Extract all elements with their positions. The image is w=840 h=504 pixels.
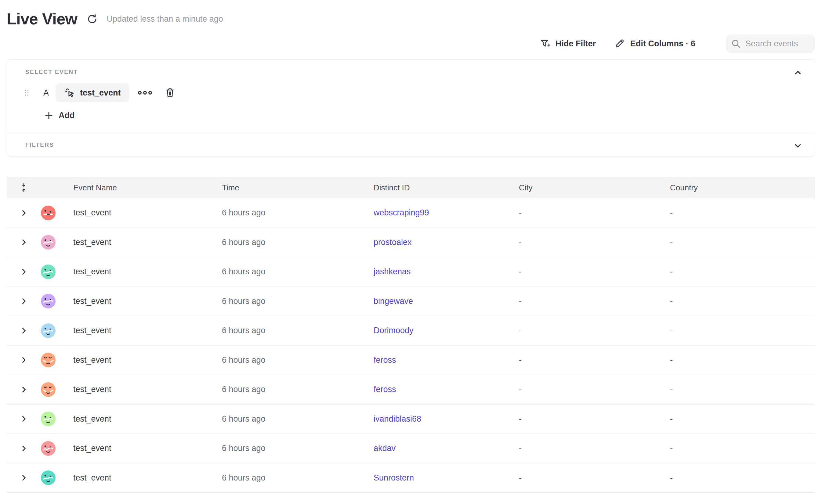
- column-header-distinct-id: Distinct ID: [373, 183, 519, 193]
- expand-row-button[interactable]: [20, 415, 28, 423]
- cell-country: -: [670, 238, 815, 247]
- column-header-time: Time: [222, 183, 373, 193]
- more-options-button[interactable]: [138, 90, 152, 96]
- table-row[interactable]: test_event 6 hours ago jashkenas - -: [7, 257, 815, 287]
- cell-time: 6 hours ago: [222, 208, 373, 217]
- expand-row-button[interactable]: [20, 297, 28, 305]
- table-row[interactable]: test_event 6 hours ago ivandiblasi68 - -: [7, 404, 815, 434]
- table-row[interactable]: test_event 6 hours ago webscraping99 - -: [7, 198, 815, 228]
- expand-row-button[interactable]: [20, 327, 28, 335]
- edit-columns-button[interactable]: Edit Columns · 6: [615, 38, 695, 49]
- drag-handle[interactable]: [24, 89, 29, 97]
- refresh-button[interactable]: [87, 14, 98, 24]
- user-avatar: [41, 205, 55, 220]
- table-row[interactable]: test_event 6 hours ago akdav - -: [7, 434, 815, 464]
- search-input[interactable]: [746, 39, 810, 49]
- cell-time: 6 hours ago: [222, 473, 373, 483]
- expand-row-button[interactable]: [20, 474, 28, 482]
- cell-event-name: test_event: [73, 414, 222, 424]
- chevron-right-icon: [20, 356, 28, 364]
- cell-event-name: test_event: [73, 267, 222, 276]
- clause-letter: A: [43, 88, 49, 97]
- cell-country: -: [670, 356, 815, 365]
- top-bar: Live View Updated less than a minute ago: [7, 9, 815, 29]
- distinct-id-link[interactable]: Dorimoody: [373, 326, 414, 335]
- table-row[interactable]: test_event 6 hours ago Sunrostern - -: [7, 464, 815, 493]
- cell-city: -: [519, 208, 670, 217]
- table-row[interactable]: test_event 6 hours ago bingewave - -: [7, 287, 815, 317]
- toolbar: Hide Filter Edit Columns · 6: [7, 34, 815, 53]
- plus-icon: [44, 111, 53, 120]
- cell-time: 6 hours ago: [222, 414, 373, 424]
- cell-distinct-id: feross: [373, 385, 519, 394]
- select-event-label: SELECT EVENT: [25, 69, 815, 75]
- trash-icon: [165, 87, 175, 98]
- user-avatar: [41, 265, 55, 279]
- expand-row-button[interactable]: [20, 445, 28, 452]
- cell-distinct-id: bingewave: [373, 296, 519, 306]
- user-avatar: [41, 353, 55, 367]
- cell-country: -: [670, 385, 815, 394]
- refresh-icon: [87, 14, 98, 24]
- expand-row-button[interactable]: [20, 356, 28, 364]
- distinct-id-link[interactable]: feross: [373, 356, 396, 364]
- column-header-event-name: Event Name: [73, 183, 222, 193]
- cell-event-name: test_event: [73, 208, 222, 217]
- collapse-arrows-icon: [20, 183, 28, 192]
- expand-row-button[interactable]: [20, 238, 28, 246]
- table-row[interactable]: test_event 6 hours ago prostoalex - -: [7, 228, 815, 257]
- cell-country: -: [670, 414, 815, 424]
- chevron-down-icon: [793, 141, 803, 150]
- query-builder-card: SELECT EVENT A: [7, 59, 815, 157]
- event-chip-label: test_event: [80, 88, 121, 97]
- user-avatar: [41, 323, 55, 338]
- distinct-id-link[interactable]: Sunrostern: [373, 473, 414, 482]
- user-avatar: [41, 470, 55, 485]
- collapse-section-button[interactable]: [793, 68, 803, 77]
- cell-distinct-id: ivandiblasi68: [373, 414, 519, 424]
- distinct-id-link[interactable]: webscraping99: [373, 208, 429, 217]
- add-button-label: Add: [58, 111, 74, 120]
- cell-event-name: test_event: [73, 296, 222, 306]
- column-header-country: Country: [670, 183, 815, 193]
- hide-filter-button[interactable]: Hide Filter: [540, 38, 596, 49]
- delete-event-button[interactable]: [165, 87, 175, 98]
- cell-country: -: [670, 473, 815, 483]
- distinct-id-link[interactable]: jashkenas: [373, 267, 411, 276]
- cell-city: -: [519, 238, 670, 247]
- select-event-section: SELECT EVENT A: [7, 59, 815, 133]
- table-row[interactable]: test_event 6 hours ago Dorimoody - -: [7, 316, 815, 346]
- user-avatar: [41, 441, 55, 456]
- table-row[interactable]: test_event 6 hours ago feross - -: [7, 375, 815, 404]
- distinct-id-link[interactable]: feross: [373, 385, 396, 394]
- expand-filters-button[interactable]: [793, 141, 803, 150]
- distinct-id-link[interactable]: prostoalex: [373, 238, 412, 247]
- expand-row-button[interactable]: [20, 268, 28, 276]
- distinct-id-link[interactable]: ivandiblasi68: [373, 414, 421, 424]
- cell-time: 6 hours ago: [222, 326, 373, 335]
- expand-row-button[interactable]: [20, 209, 28, 217]
- chevron-right-icon: [20, 445, 28, 452]
- cell-time: 6 hours ago: [222, 238, 373, 247]
- event-select-chip[interactable]: test_event: [55, 83, 129, 102]
- cell-time: 6 hours ago: [222, 267, 373, 276]
- cell-city: -: [519, 356, 670, 365]
- distinct-id-link[interactable]: akdav: [373, 444, 396, 453]
- column-header-city: City: [519, 183, 670, 193]
- table-row[interactable]: test_event 6 hours ago feross - -: [7, 346, 815, 375]
- pencil-icon: [615, 38, 625, 49]
- chevron-up-icon: [793, 68, 803, 77]
- user-avatar: [41, 235, 55, 250]
- magnifier-icon: [731, 38, 741, 49]
- cell-distinct-id: prostoalex: [373, 238, 519, 247]
- collapse-all-rows-button[interactable]: [20, 183, 28, 192]
- distinct-id-link[interactable]: bingewave: [373, 296, 413, 306]
- cell-country: -: [670, 208, 815, 217]
- add-event-button[interactable]: Add: [44, 111, 74, 120]
- cell-city: -: [519, 473, 670, 483]
- filters-section-header[interactable]: FILTERS: [7, 133, 815, 157]
- expand-row-button[interactable]: [20, 385, 28, 394]
- filters-label: FILTERS: [25, 142, 54, 148]
- edit-columns-label: Edit Columns · 6: [630, 39, 695, 49]
- cell-city: -: [519, 296, 670, 306]
